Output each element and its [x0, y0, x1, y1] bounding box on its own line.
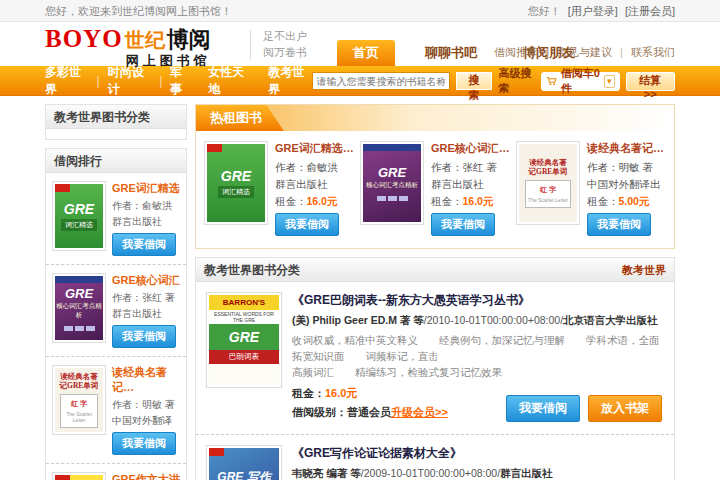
book-cover[interactable]: 读经典名著 记GRE单词 红 字 The Scarlet Letter: [516, 141, 580, 225]
book-title[interactable]: 读经典名著记…: [112, 365, 180, 395]
book-rent: 租金：5.00元: [587, 193, 664, 210]
promo-ribbon: [55, 475, 70, 480]
book-info: GRE词汇精选 作者：俞敏洪 群言出版社 我要借阅: [112, 181, 180, 256]
cart-icon: [546, 75, 557, 87]
borrow-cart[interactable]: 借阅车0件 ▾: [541, 72, 620, 91]
book-info: 读经典名著记… 作者：明敏 著 中国对外翻译 我要借阅: [112, 365, 180, 455]
promo-ribbon: [209, 448, 224, 456]
book-title[interactable]: GRE词汇精选…: [275, 141, 354, 156]
tagline-line1: 足不出户: [263, 28, 307, 44]
borrow-button[interactable]: 我要借阅: [587, 213, 651, 236]
search-input[interactable]: [312, 72, 450, 90]
category-nav-items: 多彩世界 | 时尚设计 | 军事 女性天地 教考世界: [45, 64, 312, 98]
catalog-book-item: BARRON'S ESSENTIAL WORDS FOR THE GRE GRE…: [196, 282, 674, 433]
book-title[interactable]: GRE核心词汇: [112, 273, 180, 288]
cover-text: GRE: [65, 286, 93, 301]
cover-text: 记GRE单词: [60, 381, 99, 390]
book-cover[interactable]: GRE 词汇精选: [204, 141, 268, 225]
book-cover-art: 读经典名著 记GRE单词 红 字 The Scarlet Letter: [55, 368, 103, 432]
top-utility-bar: 您好，欢迎来到世纪博阅网上图书馆！ 您好！ [用户登录] [注册会员]: [0, 0, 720, 22]
book-title[interactable]: 《GRE写作论证论据素材大全》: [292, 445, 664, 462]
nav-item-women-world[interactable]: 女性天地: [208, 64, 252, 98]
book-info: 《GRE写作论证论据素材大全》 韦晓亮 编著 等/2009-10-01T00:0…: [292, 445, 664, 480]
add-to-shelf-button[interactable]: 放入书架: [588, 395, 662, 422]
chevron-down-icon[interactable]: ▾: [604, 75, 615, 88]
byline-date: /2010-10-01T00:00:00+08:00/: [424, 314, 563, 326]
borrow-button[interactable]: 我要借阅: [431, 213, 495, 236]
logo-cn2: 博阅: [167, 25, 211, 55]
borrow-button[interactable]: 我要借阅: [112, 233, 176, 256]
book-cover[interactable]: GRE 写作 论证论据素材大全: [206, 445, 282, 480]
tab-home[interactable]: 首页: [337, 40, 395, 66]
book-description-line2: 高频词汇 精编练习，检验式复习记忆效果: [292, 365, 664, 381]
nav-item-edu-exam-world[interactable]: 教考世界: [268, 64, 312, 98]
cover-text: 巴朗词表: [209, 350, 279, 364]
tagline-line2: 阅万卷书: [263, 44, 307, 60]
nav-item-military[interactable]: 军事: [170, 64, 192, 98]
book-cover-art: GRE 词汇精选: [207, 144, 265, 222]
cover-text: 核心词汇考点精析: [55, 302, 103, 320]
byline-author: (美) Philip Geer ED.M 著 等: [292, 314, 424, 326]
link-borrow-recommend[interactable]: 借阅推荐: [494, 46, 538, 58]
cover-text: 红 字: [527, 185, 568, 195]
main-column: 热租图书 GRE 词汇精选 GRE词汇精选… 作者：: [195, 104, 675, 480]
tab-book-chat[interactable]: 聊聊书吧: [409, 40, 493, 66]
borrow-button[interactable]: 我要借阅: [275, 213, 339, 236]
borrow-button[interactable]: 我要借阅: [112, 432, 176, 455]
search-button[interactable]: 搜 索: [456, 72, 493, 90]
book-title[interactable]: 《GRE巴朗词表--新东方大愚英语学习丛书》: [292, 292, 664, 309]
checkout-button[interactable]: 结算 >>: [626, 72, 675, 91]
catalog-more-link[interactable]: 教考世界: [622, 258, 666, 282]
rent-value: 16.0元: [325, 387, 357, 399]
book-author: 作者：明敏 著: [587, 159, 664, 176]
cover-text: 词汇精选: [218, 186, 254, 198]
hot-book-card: GRE 词汇精选 GRE词汇精选… 作者：俞敏洪 群言出版社 租金：16.0元 …: [204, 141, 354, 236]
advanced-search-link[interactable]: 高级搜索: [498, 66, 535, 96]
link-separator: |: [620, 46, 623, 58]
ranking-book-item: GRE 作文大讲堂 GRE作文大讲堂 作者：韦晓亮 群言出版社 我要借阅: [46, 463, 186, 480]
quick-links: 借阅推荐 | 意见与建议 | 联系我们: [494, 45, 675, 60]
book-cover[interactable]: GRE 词汇精选: [52, 181, 106, 251]
book-cover[interactable]: GRE 核心词汇考点精析: [52, 273, 106, 343]
book-author: 作者：俞敏洪: [275, 159, 354, 176]
upgrade-member-link[interactable]: 升级会员>>: [391, 406, 448, 418]
link-suggestions[interactable]: 意见与建议: [557, 46, 612, 58]
book-title[interactable]: GRE作文大讲堂: [112, 472, 180, 480]
cover-blank: [209, 364, 279, 385]
book-title[interactable]: GRE核心词汇…: [431, 141, 510, 156]
site-tagline: 足不出户 阅万卷书: [263, 28, 307, 60]
content-area: 教考世界图书分类 借阅排行 GRE 词汇精选 GRE词汇精选 作者：俞: [45, 104, 675, 480]
welcome-text: 您好，欢迎来到世纪博阅网上图书馆！: [45, 4, 232, 19]
hot-books-box: 热租图书 GRE 词汇精选 GRE词汇精选… 作者：: [195, 104, 675, 249]
borrow-button[interactable]: 我要借阅: [112, 325, 176, 348]
link-contact-us[interactable]: 联系我们: [631, 46, 675, 58]
cover-text: GRE: [209, 324, 279, 350]
cover-text: 核心词汇考点精析: [366, 181, 418, 190]
book-cover[interactable]: BARRON'S ESSENTIAL WORDS FOR THE GRE GRE…: [206, 292, 282, 388]
book-title[interactable]: 读经典名著记…: [587, 141, 664, 156]
hot-book-card: GRE 核心词汇考点精析 GRE核心词汇… 作者：张红 著 群言出版社 租金：1…: [360, 141, 510, 236]
byline-publisher: 群言出版社: [500, 467, 553, 479]
book-info: GRE作文大讲堂 作者：韦晓亮 群言出版社 我要借阅: [112, 472, 180, 480]
borrow-button[interactable]: 我要借阅: [506, 395, 580, 422]
book-cover[interactable]: GRE 作文大讲堂: [52, 472, 106, 480]
rent-label: 租金：: [292, 387, 325, 399]
nav-separator: |: [97, 74, 100, 88]
byline-date: /2009-10-01T00:00:00+08:00/: [361, 467, 500, 479]
account-links: 您好！ [用户登录] [注册会员]: [528, 4, 675, 19]
book-cover-art: GRE 核心词汇考点精析: [55, 276, 103, 340]
book-cover[interactable]: 读经典名著 记GRE单词 红 字 The Scarlet Letter: [52, 365, 106, 435]
login-link[interactable]: [用户登录]: [568, 5, 618, 17]
book-author: 作者：俞敏洪: [112, 198, 180, 214]
nav-item-colorful-world[interactable]: 多彩世界: [45, 64, 89, 98]
register-link[interactable]: [注册会员]: [625, 5, 675, 17]
rent-value: 16.0元: [463, 195, 494, 207]
book-cover[interactable]: GRE 核心词汇考点精析: [360, 141, 424, 225]
nav-item-fashion-design[interactable]: 时尚设计: [108, 64, 152, 98]
hot-books-header-bar: 热租图书: [196, 105, 674, 131]
level-value: 普通会员: [347, 406, 391, 418]
cover-text: 词汇精选: [61, 219, 97, 231]
hot-books-header: 热租图书: [196, 105, 284, 131]
catalog-header-bar: 教考世界图书分类 教考世界: [196, 258, 674, 282]
book-title[interactable]: GRE词汇精选: [112, 181, 180, 196]
